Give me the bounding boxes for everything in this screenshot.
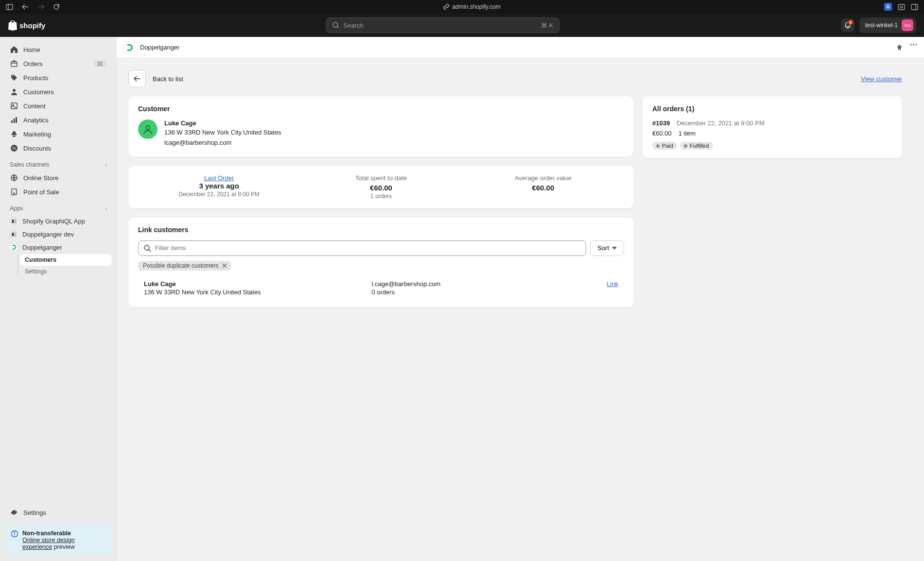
svg-point-25: [913, 44, 914, 46]
svg-point-7: [333, 22, 338, 27]
nav-customers[interactable]: Customers: [5, 85, 112, 99]
nav-app-graphiql[interactable]: ◧Shopify GraphiQL App: [5, 215, 112, 227]
link-icon: [443, 4, 449, 10]
customers-icon: [10, 87, 18, 96]
app-icon: [123, 42, 135, 53]
info-icon: [11, 530, 18, 550]
customer-card: Customer Luke Cage 136 W 33RD New York C…: [128, 96, 634, 157]
extension-1password-icon[interactable]: ①: [884, 3, 892, 11]
svg-point-26: [916, 44, 917, 46]
chevron-right-icon: ›: [105, 205, 107, 212]
filter-tag: Possible duplicate customers: [138, 261, 231, 271]
nav-app-dg-settings[interactable]: Settings: [20, 266, 112, 277]
store-icon: [10, 173, 18, 182]
remove-tag-icon[interactable]: [221, 262, 228, 269]
nav-products[interactable]: Products: [5, 71, 112, 85]
back-button[interactable]: [128, 70, 146, 87]
marketing-icon: [10, 130, 18, 138]
more-icon[interactable]: [910, 44, 917, 51]
svg-point-24: [910, 44, 912, 46]
svg-rect-2: [898, 4, 905, 10]
svg-rect-14: [14, 119, 15, 123]
view-customer-link[interactable]: View customer: [861, 75, 902, 83]
shopify-logo[interactable]: shopify: [8, 20, 45, 31]
nav-discounts[interactable]: %Discounts: [5, 141, 112, 155]
svg-point-27: [146, 126, 150, 130]
sort-button[interactable]: Sort: [590, 240, 624, 256]
doppelganger-icon: [10, 243, 17, 251]
svg-point-20: [14, 193, 15, 194]
home-icon: [10, 45, 18, 54]
svg-rect-13: [11, 120, 13, 123]
app-title: Doppelganger: [140, 44, 180, 51]
order-id[interactable]: #1039: [652, 119, 670, 127]
badge-paid: Paid: [652, 142, 677, 150]
content-icon: [10, 102, 18, 110]
svg-line-8: [337, 27, 339, 28]
app-icon: ◧: [10, 217, 17, 225]
notifications-button[interactable]: 5: [841, 18, 854, 32]
back-icon[interactable]: [22, 4, 29, 10]
stats-card: Last Order 3 years ago December 22, 2021…: [128, 166, 634, 208]
nav-section-sales-channels[interactable]: Sales channels›: [5, 155, 112, 171]
reload-icon[interactable]: [53, 3, 60, 10]
pin-icon[interactable]: [896, 44, 903, 51]
customer-address: 136 W 33RD New York City United States: [164, 128, 281, 138]
nav-content[interactable]: Content: [5, 99, 112, 113]
search-input[interactable]: Search ⌘ K: [326, 17, 559, 33]
nav-settings[interactable]: Settings: [5, 506, 112, 519]
orders-badge: 31: [93, 60, 107, 67]
chevron-down-icon: [612, 247, 617, 250]
search-icon: [143, 244, 151, 252]
svg-point-10: [13, 89, 16, 92]
nav-app-dg-dev[interactable]: ◧Doppelganger dev: [5, 228, 112, 240]
duplicate-row: Luke Cage 136 W 33RD New York City Unite…: [138, 277, 624, 299]
svg-rect-9: [11, 62, 17, 67]
gear-icon: [10, 508, 18, 517]
svg-point-23: [14, 532, 15, 533]
filter-input[interactable]: [138, 240, 586, 256]
link-button[interactable]: Link: [607, 280, 618, 288]
nav-analytics[interactable]: Analytics: [5, 113, 112, 127]
store-avatar: tes: [902, 19, 913, 31]
svg-text:%: %: [12, 146, 16, 151]
badge-fulfilled: Fulfilled: [680, 142, 713, 150]
nav-orders[interactable]: Orders31: [5, 57, 112, 70]
customer-name: Luke Cage: [164, 119, 281, 127]
sidebar-toggle-icon[interactable]: [6, 4, 13, 10]
pos-icon: [10, 187, 18, 196]
nav-home[interactable]: Home: [5, 43, 112, 56]
analytics-icon: [10, 116, 18, 124]
notice-banner: Non-transferable Online store design exp…: [5, 525, 112, 555]
chevron-right-icon: ›: [105, 161, 107, 168]
svg-rect-15: [16, 117, 17, 123]
extension-icon[interactable]: [898, 4, 905, 10]
notification-badge: 5: [848, 19, 854, 25]
customer-avatar: [138, 119, 157, 139]
orders-icon: [10, 59, 18, 68]
nav-online-store[interactable]: Online Store: [5, 171, 112, 185]
app-icon: ◧: [10, 230, 17, 238]
svg-point-28: [144, 245, 149, 250]
svg-line-29: [149, 250, 151, 252]
panel-icon[interactable]: [911, 4, 918, 10]
forward-icon: [37, 4, 44, 10]
back-label: Back to list: [153, 75, 183, 83]
products-icon: [10, 73, 18, 82]
store-menu[interactable]: test-winkel-1 tes: [859, 17, 916, 33]
nav-app-dg[interactable]: Doppelganger: [5, 241, 112, 254]
nav-marketing[interactable]: Marketing: [5, 127, 112, 141]
customer-email: lcage@barbershop.com: [164, 138, 281, 148]
nav-app-dg-customers[interactable]: Customers: [20, 254, 112, 266]
nav-pos[interactable]: Point of Sale: [5, 185, 112, 199]
svg-point-12: [13, 104, 14, 105]
url-text[interactable]: admin.shopify.com: [452, 3, 500, 10]
link-customers-card: Link customers Sort Possible duplicate c…: [128, 217, 634, 307]
nav-section-apps[interactable]: Apps›: [5, 199, 112, 215]
discounts-icon: %: [10, 144, 18, 153]
svg-rect-5: [911, 4, 918, 10]
orders-card: All orders (1) #1039 December 22, 2021 a…: [643, 96, 902, 158]
svg-rect-0: [6, 4, 13, 10]
last-order-link[interactable]: Last Order: [204, 174, 234, 182]
